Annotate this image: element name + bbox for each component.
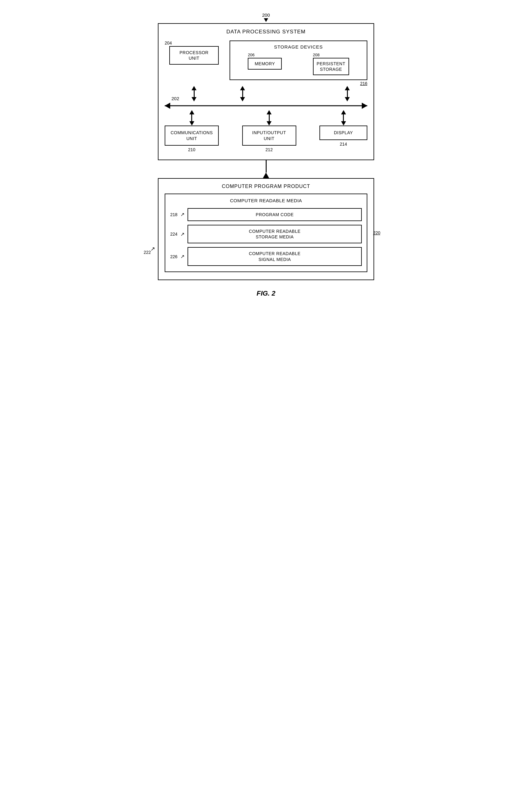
- ref-204: 204: [165, 41, 172, 45]
- disp-arrow-top-container: [319, 110, 367, 125]
- ref-226-arrow: ↗: [180, 254, 185, 259]
- disp-arrow-up: [341, 110, 346, 114]
- persistent-storage-box: PERSISTENTSTORAGE: [313, 58, 349, 75]
- fig-label: FIG. 2: [257, 290, 275, 297]
- storage-devices-box: STORAGE DEVICES 206 MEMORY 208: [229, 41, 367, 80]
- memory-label: MEMORY: [255, 61, 275, 66]
- memory-box: MEMORY: [248, 58, 282, 70]
- processor-unit-box: PROCESSOR UNIT: [169, 46, 219, 65]
- display-box: DISPLAY: [319, 125, 367, 140]
- io-arrow-top-container: [242, 110, 296, 125]
- ref-218-label: 218: [170, 212, 177, 217]
- top-row: 204 PROCESSOR UNIT STORAGE DEVICES 206 M…: [165, 41, 367, 86]
- mem-arrow-up: [240, 86, 245, 90]
- ps-arrow-line: [347, 90, 348, 97]
- dps-title: DATA PROCESSING SYSTEM: [165, 29, 367, 35]
- cpp-title: COMPUTER PROGRAM PRODUCT: [165, 184, 367, 189]
- disp-arrow-down: [341, 121, 346, 125]
- signal-media-row: 226 ↗ COMPUTER READABLESIGNAL MEDIA: [170, 247, 362, 265]
- cpp-box: 222 ↗ COMPUTER PROGRAM PRODUCT 220 COMPU…: [158, 178, 374, 280]
- proc-arrow-up: [192, 86, 196, 90]
- storage-media-row: 224 ↗ COMPUTER READABLESTORAGE MEDIA: [170, 225, 362, 244]
- ref-218-arrow: ↗: [180, 211, 185, 217]
- persistent-storage-item: 208 PERSISTENTSTORAGE: [313, 52, 349, 75]
- processor-col: 204 PROCESSOR UNIT: [165, 41, 223, 65]
- ps-v-arrow: [345, 86, 350, 101]
- bus-ref-202: 202: [171, 96, 179, 101]
- memory-item: 206 MEMORY: [248, 52, 282, 70]
- comm-arrow-up: [189, 110, 194, 114]
- comm-arrow-down: [189, 121, 194, 125]
- ref-224-label: 224: [170, 232, 177, 236]
- bus-section: 202: [165, 101, 367, 110]
- storage-inner-row: 206 MEMORY 208 PERSISTENTSTORAGE: [235, 52, 362, 75]
- mem-v-arrow: [240, 86, 245, 101]
- ref-200: 200: [262, 13, 270, 22]
- ref-206: 206: [248, 52, 255, 57]
- bottom-row: COMMUNICATIONSUNIT 210 INPUT/OUTPUTUNIT …: [165, 125, 367, 152]
- ref-212: 212: [265, 147, 272, 152]
- storage-devices-title: STORAGE DEVICES: [274, 44, 323, 49]
- arrows-to-bus: [165, 86, 367, 101]
- connector-section: [263, 160, 269, 178]
- mem-arrow-down: [240, 97, 245, 101]
- io-unit-item: INPUT/OUTPUTUNIT 212: [242, 125, 296, 152]
- ps-arrow-container: [327, 86, 367, 101]
- program-code-row: 218 ↗ PROGRAM CODE: [170, 208, 362, 221]
- ref-200-label: 200: [262, 13, 270, 18]
- ref-210: 210: [188, 147, 195, 152]
- program-code-label: PROGRAM CODE: [256, 212, 294, 217]
- disp-arrow-line: [343, 114, 344, 121]
- program-code-box: PROGRAM CODE: [188, 208, 362, 221]
- ps-arrow-down: [345, 97, 350, 101]
- processor-unit-label: PROCESSOR UNIT: [179, 50, 209, 61]
- display-item: DISPLAY 214: [319, 125, 367, 146]
- bus-arrow-right: [362, 103, 367, 109]
- mem-arrow-container: [229, 86, 321, 101]
- ref-214: 214: [340, 142, 347, 146]
- comm-v-arrow: [189, 110, 194, 125]
- crm-title: COMPUTER READABLE MEDIA: [170, 198, 362, 203]
- ps-arrow-up: [345, 86, 350, 90]
- io-arrow-line: [269, 114, 270, 121]
- ref-220: 220: [373, 230, 380, 235]
- io-unit-box: INPUT/OUTPUTUNIT: [242, 125, 296, 145]
- io-arrow-up: [267, 110, 271, 114]
- storage-media-box: COMPUTER READABLESTORAGE MEDIA: [188, 225, 362, 244]
- io-arrow-down: [267, 121, 271, 125]
- io-v-arrow: [267, 110, 271, 125]
- ref-200-arrow: [264, 18, 268, 22]
- ref-222-label: 222: [144, 250, 151, 255]
- proc-arrow-down: [192, 97, 196, 101]
- crm-box: 220 COMPUTER READABLE MEDIA 218 ↗ PROGRA…: [165, 193, 367, 272]
- signal-media-box: COMPUTER READABLESIGNAL MEDIA: [188, 247, 362, 265]
- ref-224-arrow: ↗: [180, 231, 185, 237]
- comm-unit-item: COMMUNICATIONSUNIT 210: [165, 125, 219, 152]
- connector-arrow-up: [263, 172, 269, 178]
- page-container: 200 DATA PROCESSING SYSTEM 204 PROCESSOR…: [158, 13, 374, 297]
- mem-arrow-line: [242, 90, 243, 97]
- storage-col: STORAGE DEVICES 206 MEMORY 208: [229, 41, 367, 86]
- connector-line: [266, 160, 267, 172]
- proc-arrow-line: [194, 90, 195, 97]
- ref-226-label: 226: [170, 254, 177, 259]
- comm-arrow-top-container: [165, 110, 219, 125]
- comm-unit-box: COMMUNICATIONSUNIT: [165, 125, 219, 145]
- comm-arrow-line: [191, 114, 192, 121]
- ref-216: 216: [360, 81, 367, 86]
- bus-line: [165, 106, 367, 106]
- dps-box: DATA PROCESSING SYSTEM 204 PROCESSOR UNI…: [158, 23, 374, 160]
- proc-v-arrow: [192, 86, 196, 101]
- ref-208: 208: [313, 52, 320, 57]
- ref-222-arrow: ↗: [150, 246, 155, 252]
- disp-v-arrow: [341, 110, 346, 125]
- arrows-from-bus: [165, 110, 367, 125]
